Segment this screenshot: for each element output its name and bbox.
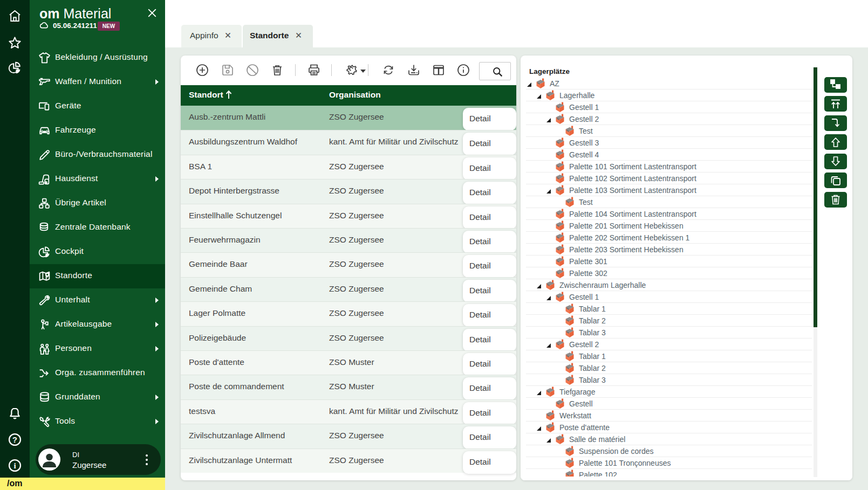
svg-text:?: ? (12, 435, 17, 444)
svg-text:i: i (13, 461, 16, 470)
